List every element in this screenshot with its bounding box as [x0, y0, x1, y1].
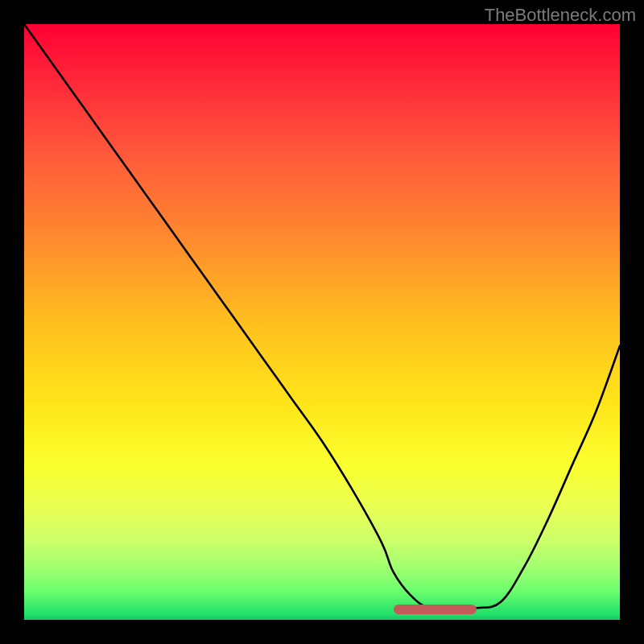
plot-area	[24, 24, 620, 620]
attribution-label: TheBottleneck.com	[485, 5, 636, 26]
baseline-segment	[394, 605, 477, 614]
curve-path	[24, 24, 620, 609]
chart-frame: TheBottleneck.com	[0, 0, 644, 644]
bottleneck-curve	[24, 24, 620, 620]
